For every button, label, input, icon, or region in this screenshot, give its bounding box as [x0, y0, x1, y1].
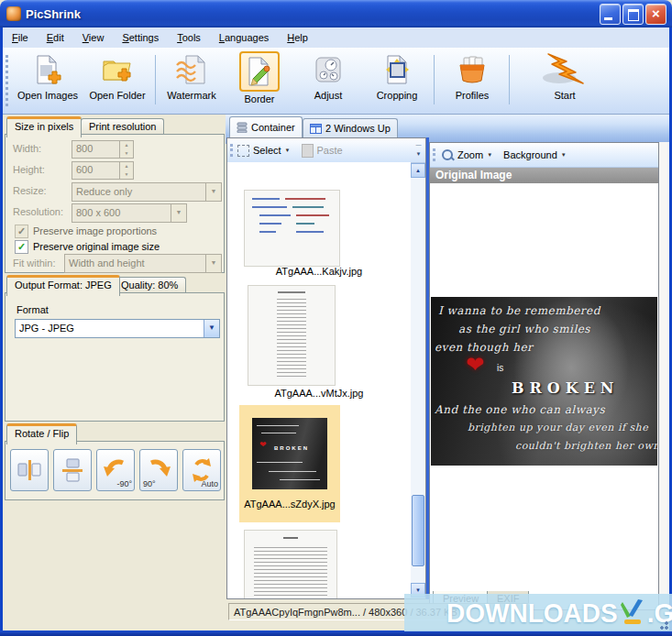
scrollbar-thumb[interactable]	[412, 495, 424, 566]
close-button[interactable]: ×	[645, 4, 666, 25]
open-images-button[interactable]: Open Images	[12, 51, 83, 101]
preserve-proportions-checkbox[interactable]: ✓	[15, 225, 28, 238]
menu-edit[interactable]: Edit	[38, 29, 73, 46]
tab-output-format[interactable]: Output Format: JPEG	[6, 275, 120, 296]
open-folder-button[interactable]: Open Folder	[85, 51, 149, 101]
app-icon	[6, 6, 21, 21]
format-label: Format	[17, 304, 49, 315]
height-field[interactable]: 600 ▲▼	[72, 161, 134, 180]
flip-horizontal-button[interactable]	[10, 449, 49, 491]
title-bar[interactable]: PicShrink ×	[0, 0, 672, 27]
thumbnail-selected[interactable]: ❤ BROKEN ATgAAA...sZdyX.jpg	[239, 405, 340, 522]
open-folder-icon	[99, 51, 136, 88]
tab-two-windows-label: 2 Windows Up	[325, 120, 391, 137]
spin-down-icon[interactable]: ▼	[120, 170, 133, 179]
thumbnail-image-3: ❤ BROKEN	[252, 418, 327, 489]
zoom-dropdown[interactable]: Zoom	[457, 149, 483, 160]
background-dropdown[interactable]: Background	[503, 149, 557, 160]
height-label: Height:	[13, 164, 45, 175]
resolution-combo[interactable]: 800 x 600 ▼	[72, 203, 187, 223]
toolbar-grip[interactable]	[433, 148, 435, 161]
download-arrow-icon	[619, 599, 646, 627]
rotate-auto-button[interactable]: Auto	[182, 449, 221, 491]
thumbnail-image-1[interactable]	[244, 190, 340, 267]
browser-panel: Select ▼ Paste —▼ ATgAAA...Kakjv.jpg	[226, 137, 426, 599]
size-panel: Width: 800 ▲▼ Height: 600 ▲▼ Resize: Red…	[5, 134, 225, 273]
adjust-label: Adjust	[314, 90, 343, 101]
chevron-down-icon[interactable]: ▼	[171, 204, 186, 222]
menu-settings[interactable]: Settings	[113, 29, 168, 46]
open-images-icon	[29, 51, 66, 88]
preserve-original-checkbox[interactable]: ✓	[15, 240, 28, 254]
resize-combo[interactable]: Reduce only ▼	[72, 182, 222, 202]
chevron-down-icon[interactable]: ▼	[487, 152, 492, 158]
paste-button[interactable]: Paste	[317, 145, 343, 156]
decor-line	[259, 223, 281, 225]
chevron-down-icon[interactable]: ▼	[205, 255, 221, 272]
resolution-label: Resolution:	[13, 206, 63, 217]
watermark-text-left: DOWNLOADS	[446, 597, 618, 629]
chevron-down-icon[interactable]: ▼	[285, 148, 291, 153]
toolbar-grip[interactable]	[230, 144, 233, 157]
select-dropdown[interactable]: Select	[253, 145, 281, 156]
toolbar-grip[interactable]	[6, 55, 8, 106]
watermark-icon	[173, 51, 210, 88]
spin-up-icon[interactable]: ▲	[120, 162, 133, 170]
chevron-down-icon[interactable]: ▼	[204, 320, 219, 337]
resize-grip[interactable]	[657, 619, 668, 630]
menu-view[interactable]: View	[73, 29, 114, 46]
preserve-proportions-label: Preserve image proportions	[33, 225, 157, 236]
chevron-down-icon[interactable]: ▼	[561, 152, 567, 158]
rotate-right-button[interactable]: 90°	[139, 449, 178, 491]
decor-line	[257, 425, 299, 426]
decor-text-column	[277, 299, 306, 379]
profiles-icon	[454, 51, 490, 88]
tab-two-windows-up[interactable]: 2 Windows Up	[303, 118, 398, 137]
preserve-original-label: Preserve original image size	[33, 241, 160, 252]
start-icon	[538, 51, 591, 88]
preview-photo[interactable]: I wanna to be remembered as the girl who…	[431, 297, 657, 466]
format-combo[interactable]: JPG - JPEG ▼	[15, 319, 220, 338]
toolbar-overflow-button[interactable]: —▼	[413, 140, 424, 159]
cropping-button[interactable]: Cropping	[364, 51, 430, 101]
watermark-button[interactable]: Watermark	[160, 51, 223, 101]
adjust-button[interactable]: Adjust	[298, 51, 358, 101]
width-spinner[interactable]: ▲▼	[119, 141, 133, 158]
vertical-scrollbar[interactable]: ▲ ▼	[411, 163, 425, 598]
menu-file[interactable]: File	[3, 29, 38, 46]
profiles-button[interactable]: Profiles	[441, 51, 503, 101]
browser-toolbar: Select ▼ Paste —▼	[227, 138, 425, 163]
fit-within-combo[interactable]: Width and height ▼	[64, 254, 222, 273]
decor-line	[261, 433, 296, 433]
tab-size-in-pixels[interactable]: Size in pixels	[6, 116, 82, 137]
close-icon: ×	[646, 5, 666, 24]
start-button[interactable]: Start	[516, 51, 613, 101]
decor-line	[257, 462, 303, 463]
flip-vertical-button[interactable]	[53, 449, 92, 491]
thumbnail-caption: ATgAAA...sZdyX.jpg	[239, 499, 340, 510]
decor-line	[259, 231, 276, 233]
container-icon	[237, 122, 248, 133]
minimize-button[interactable]	[600, 4, 621, 25]
height-spinner[interactable]: ▲▼	[119, 162, 133, 179]
photo-text: is	[497, 363, 503, 373]
width-field[interactable]: 800 ▲▼	[72, 140, 134, 159]
spin-down-icon[interactable]: ▼	[120, 149, 133, 158]
scroll-up-button[interactable]: ▲	[411, 163, 425, 178]
paste-icon	[302, 144, 314, 158]
rotate-left-button[interactable]: -90°	[96, 449, 135, 491]
maximize-button[interactable]	[622, 4, 644, 25]
spin-up-icon[interactable]: ▲	[120, 141, 133, 149]
zoom-icon	[442, 149, 454, 161]
menu-languages[interactable]: Languages	[210, 29, 278, 46]
thumbnail-image-2[interactable]	[248, 285, 336, 386]
menu-help[interactable]: Help	[278, 29, 317, 46]
tab-container[interactable]: Container	[229, 116, 303, 137]
open-images-label: Open Images	[17, 90, 78, 101]
tab-rotate-flip[interactable]: Rotate / Flip	[6, 423, 77, 444]
window-title: PicShrink	[26, 7, 81, 21]
thumbnail-image-4[interactable]	[244, 530, 337, 598]
chevron-down-icon[interactable]: ▼	[205, 183, 221, 201]
menu-tools[interactable]: Tools	[168, 29, 210, 46]
border-button[interactable]: Border	[228, 51, 291, 104]
